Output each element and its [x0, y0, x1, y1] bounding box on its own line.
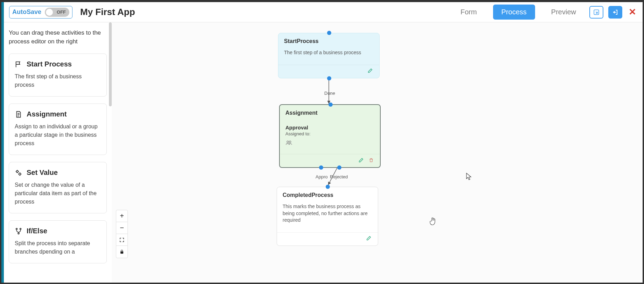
gears-icon [15, 169, 22, 177]
svg-point-3 [16, 228, 18, 230]
edge-label-approved: Appro [316, 174, 328, 179]
sidebar-scrollbar[interactable] [109, 22, 112, 106]
header-tabs: Form Process Preview [452, 5, 584, 20]
edit-icon[interactable] [367, 68, 373, 75]
tab-form[interactable]: Form [452, 5, 485, 20]
activity-title: Assignment [27, 110, 67, 118]
lock-button[interactable] [116, 246, 127, 258]
node-desc: This marks the business process as being… [277, 202, 378, 232]
activity-if-else[interactable]: If/Else Split the process into separate … [9, 220, 107, 263]
zoom-in-button[interactable]: + [116, 210, 127, 222]
app-header: AutoSave OFF My First App Form Process P… [1, 2, 643, 22]
activity-desc: The first step of a business process [15, 72, 101, 89]
node-title: Assignment [280, 105, 380, 120]
edge-label-done: Done [324, 91, 335, 96]
toggle-state: OFF [57, 9, 66, 15]
activity-desc: Split the process into separate branches… [15, 239, 101, 256]
zoom-out-button[interactable]: − [116, 222, 127, 234]
node-completedprocess[interactable]: CompletedProcess This marks the business… [277, 187, 378, 246]
toggle-knob [46, 9, 53, 16]
node-startprocess[interactable]: StartProcess The first step of a busines… [278, 33, 380, 78]
autosave-toggle[interactable]: AutoSave OFF [9, 6, 72, 19]
close-icon[interactable]: ✕ [629, 7, 636, 17]
svg-point-8 [287, 141, 289, 143]
activity-start-process[interactable]: Start Process The first step of a busine… [9, 54, 107, 97]
port-in[interactable] [327, 31, 331, 35]
svg-point-2 [19, 173, 21, 175]
port-in[interactable] [326, 185, 330, 189]
activity-set-value[interactable]: Set Value Set or change the value of a p… [9, 162, 107, 213]
cursor-hand-icon [429, 217, 437, 226]
fit-screen-button[interactable] [116, 234, 127, 246]
activity-title: Set Value [27, 169, 58, 177]
svg-point-5 [18, 233, 19, 234]
svg-point-9 [289, 141, 291, 143]
node-assignment[interactable]: Assignment Approval Assigned to: [279, 104, 381, 168]
tab-preview[interactable]: Preview [543, 5, 584, 20]
svg-point-1 [16, 170, 19, 172]
node-title: CompletedProcess [277, 187, 378, 202]
people-icon [280, 139, 380, 154]
branch-icon [15, 227, 22, 235]
node-desc: The first step of a business process [278, 48, 379, 65]
port-in[interactable] [328, 102, 333, 107]
assigned-to-label: Assigned to: [280, 131, 380, 139]
expand-button[interactable] [589, 6, 603, 19]
node-subtitle: Approval [280, 124, 380, 131]
sidebar-hint: You can drag these activities to the pro… [9, 29, 107, 46]
activity-assignment[interactable]: Assignment Assign to an individual or a … [9, 104, 107, 155]
activity-palette: You can drag these activities to the pro… [4, 22, 112, 283]
svg-point-4 [20, 228, 21, 230]
node-title: StartProcess [278, 33, 379, 48]
port-out-approved[interactable] [319, 165, 323, 170]
activity-title: If/Else [27, 227, 47, 235]
edit-icon[interactable] [366, 235, 372, 242]
port-out-rejected[interactable] [337, 165, 341, 170]
edge-label-rejected: Rejected [330, 174, 348, 179]
cursor-arrow-icon [466, 173, 472, 180]
activity-desc: Assign to an individual or a group a par… [15, 122, 101, 148]
document-icon [15, 111, 22, 118]
exit-button[interactable] [608, 6, 622, 19]
activity-title: Start Process [27, 60, 72, 68]
zoom-controls: + − [116, 210, 128, 258]
activity-desc: Set or change the value of a particular … [15, 181, 101, 206]
app-title: My First App [80, 7, 135, 17]
process-canvas[interactable]: StartProcess The first step of a busines… [112, 22, 643, 283]
port-out[interactable] [327, 76, 331, 80]
tab-process[interactable]: Process [493, 5, 535, 20]
edit-icon[interactable] [358, 157, 364, 164]
autosave-label: AutoSave [12, 8, 41, 16]
flag-icon [15, 61, 22, 68]
toggle-switch[interactable]: OFF [45, 8, 69, 17]
svg-rect-10 [120, 251, 123, 254]
delete-icon[interactable] [369, 157, 374, 164]
